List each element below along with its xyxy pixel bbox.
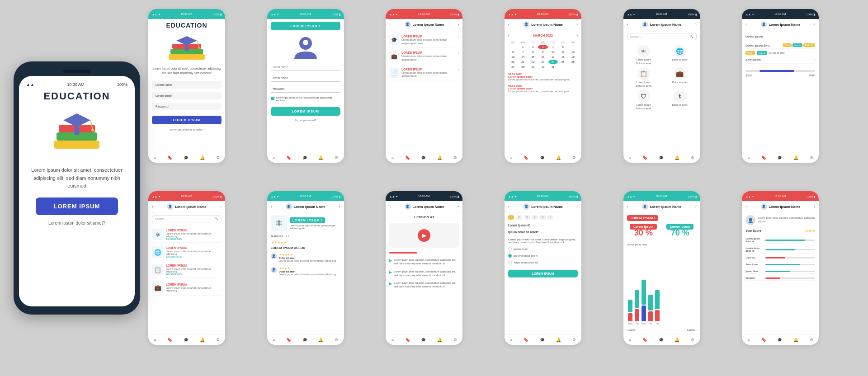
cal-day[interactable]: 21 [518, 60, 528, 64]
cal-day[interactable]: 27 [508, 65, 518, 69]
checkbox[interactable] [271, 97, 274, 100]
bookmark-icon[interactable]: 🔖 [524, 155, 528, 160]
cal-day[interactable]: 1 [518, 45, 528, 49]
course-row-3[interactable]: 📋 LOREM IPSUM Lorem ipsum dolor sit amet… [152, 262, 222, 278]
bookmark-icon[interactable]: 🔖 [642, 338, 647, 342]
menu-icon[interactable]: ≡ [273, 338, 275, 342]
bookmark-icon[interactable]: 🔖 [286, 155, 291, 160]
graduation-icon[interactable]: 🎓 [184, 155, 189, 160]
sp2-input-password[interactable]: Password [271, 85, 340, 93]
cal-day[interactable] [568, 45, 578, 49]
gear-icon[interactable]: ⚙ [335, 338, 338, 342]
menu-icon[interactable]: ≡ [629, 155, 631, 160]
bell-icon[interactable]: 🔔 [437, 338, 442, 342]
course-item-2[interactable]: 💼 LOREM IPSUM Lorem ipsum dolor sit amet… [389, 49, 459, 64]
quiz-tab-5[interactable]: 5 [539, 215, 545, 220]
back-arrow[interactable]: ‹ [152, 204, 153, 209]
forward-arrow[interactable]: › [814, 204, 815, 209]
cal-day[interactable]: 19 [568, 55, 578, 59]
gear-icon[interactable]: ⚙ [810, 338, 813, 342]
course-row-1[interactable]: ⚛ LOREM IPSUM Lorem ipsum dolor sit amet… [152, 227, 222, 243]
sp1-input-password[interactable]: Password [152, 103, 222, 110]
bell-icon[interactable]: 🔔 [675, 155, 679, 160]
gear-icon[interactable]: ⚙ [572, 155, 576, 160]
back-arrow[interactable]: ‹ [745, 204, 747, 209]
forward-arrow[interactable]: › [576, 22, 578, 27]
bell-icon[interactable]: 🔔 [556, 338, 561, 342]
back-arrow[interactable]: ‹ [627, 204, 628, 209]
cal-day[interactable]: 31 [548, 65, 558, 69]
search-input[interactable]: Search... [155, 217, 212, 221]
back-arrow[interactable]: ‹ [508, 204, 509, 209]
quiz-tab-2[interactable]: 2 [516, 215, 522, 220]
icon-cell-bag[interactable]: 💼 Dolor sit amet [663, 67, 697, 87]
back-arrow[interactable]: ‹ [389, 204, 391, 209]
graduation-icon[interactable]: 🎓 [777, 155, 782, 160]
course-row-2[interactable]: 🌐 LOREM IPSUM Lorem ipsum dolor sit amet… [152, 244, 222, 260]
forward-arrow[interactable]: › [695, 22, 697, 27]
bell-icon[interactable]: 🔔 [318, 155, 323, 160]
menu-icon[interactable]: ≡ [154, 155, 156, 160]
tag-ipsum[interactable]: Ipsum [793, 43, 802, 47]
search-bar[interactable]: Search... 🔍 [627, 33, 697, 40]
search-input[interactable]: Search... [630, 35, 688, 38]
bookmark-icon[interactable]: 🔖 [405, 338, 410, 342]
video-player[interactable]: ▶ [389, 223, 459, 248]
sp1-input-name[interactable]: Lorem name [152, 81, 222, 89]
chart-prev[interactable]: ‹ Lorem [627, 329, 637, 331]
icon-cell-globe[interactable]: 🌐 Dolor sit amet [663, 45, 697, 65]
cal-day[interactable]: 4 [548, 45, 558, 49]
quiz-submit-btn[interactable]: LOREM IPSUM [508, 270, 578, 277]
bookmark-icon[interactable]: 🔖 [167, 155, 172, 160]
menu-icon[interactable]: ≡ [273, 155, 275, 160]
gear-icon[interactable]: ⚙ [453, 338, 457, 342]
back-arrow[interactable]: ‹ [745, 22, 747, 27]
graduation-icon[interactable]: 🎓 [421, 338, 426, 342]
menu-icon[interactable]: ≡ [510, 155, 512, 160]
bell-icon[interactable]: 🔔 [793, 338, 798, 342]
cal-day[interactable]: 16 [538, 55, 547, 59]
cal-day[interactable]: 14 [518, 55, 528, 59]
quiz-option-1[interactable]: Ipsum dolor [508, 247, 578, 251]
menu-icon[interactable]: ≡ [392, 338, 394, 342]
bookmark-icon[interactable]: 🔖 [286, 338, 291, 342]
quiz-tab-6[interactable]: 6 [547, 215, 553, 220]
menu-icon[interactable]: ≡ [392, 155, 394, 160]
gear-icon[interactable]: ⚙ [691, 155, 694, 160]
menu-icon[interactable]: ≡ [629, 338, 631, 342]
cal-day[interactable]: 26 [568, 60, 578, 64]
menu-icon[interactable]: ≡ [748, 155, 750, 160]
cal-day[interactable]: 10 [548, 50, 558, 54]
sp1-link[interactable]: Lorem ipsum dolor sit amet? [152, 128, 222, 131]
bookmark-icon[interactable]: 🔖 [524, 338, 528, 342]
cal-prev[interactable]: ‹ [508, 33, 509, 38]
graduation-icon[interactable]: 🎓 [540, 155, 545, 160]
back-arrow[interactable]: ‹ [508, 22, 509, 27]
cal-day[interactable] [508, 45, 518, 49]
graduation-icon[interactable]: 🎓 [302, 338, 307, 342]
course-row-4[interactable]: 💼 LOREM IPSUM Lorem ipsum dolor sit amet… [152, 280, 222, 296]
cal-day[interactable]: 9 [538, 50, 547, 54]
cal-day[interactable]: 6 [508, 50, 518, 54]
back-arrow[interactable]: ‹ [271, 204, 272, 209]
gear-icon[interactable]: ⚙ [572, 338, 576, 342]
quiz-option-2[interactable]: Sit amet dolor lorem [508, 254, 578, 258]
icon-cell-doc[interactable]: 📋 Lorem ipsum Dolor sit amet [627, 67, 660, 87]
sp1-cta-btn[interactable]: LOREM IPSUM [152, 116, 222, 124]
course-item-1[interactable]: 🎓 LOREM IPSUM Lorem ipsum dolor sit amet… [389, 33, 459, 47]
app-link[interactable]: Lorem ipsum dolor sit amet? [48, 221, 105, 226]
bookmark-icon[interactable]: 🔖 [761, 338, 766, 342]
sp2-login-btn[interactable]: LOREM IPSUM [271, 107, 340, 116]
forward-arrow[interactable]: › [695, 204, 697, 209]
gear-icon[interactable]: ⚙ [335, 155, 338, 160]
cal-day[interactable]: 17 [548, 55, 558, 59]
menu-icon[interactable]: ≡ [510, 338, 512, 342]
sp1-input-email[interactable]: Lorem email [152, 92, 222, 99]
filter-item-3[interactable]: Amet lorem › [745, 56, 815, 64]
graduation-icon[interactable]: 🎓 [659, 155, 664, 160]
chart-next[interactable]: Lorem › [687, 329, 697, 331]
bell-icon[interactable]: 🔔 [200, 155, 205, 160]
cta-button[interactable]: LOREM IPSUM [36, 197, 118, 215]
icon-cell-shield[interactable]: 🛡 Lorem ipsum Dolor sit amet [627, 90, 660, 110]
gear-icon[interactable]: ⚙ [216, 155, 220, 160]
